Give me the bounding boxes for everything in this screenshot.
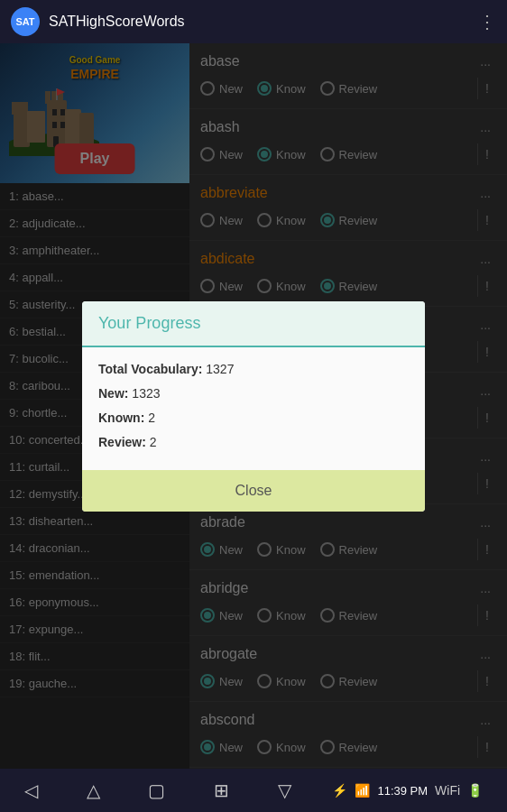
- battery-icon: 🔋: [467, 783, 483, 798]
- app-title: SATHighScoreWords: [49, 14, 478, 30]
- stat-label: New:: [98, 386, 132, 401]
- qr-button[interactable]: ⊞: [207, 772, 236, 808]
- dialog-body: Total Vocabulary: 1327New: 1323Known: 2R…: [82, 347, 425, 470]
- stat-row: New: 1323: [98, 384, 409, 403]
- wifi-icon: WiFi: [435, 783, 460, 798]
- bottom-bar: ◁ △ ▢ ⊞ ▽ ⚡ 📶 11:39 PM WiFi 🔋: [0, 769, 507, 812]
- stat-row: Known: 2: [98, 409, 409, 428]
- dialog-close-button[interactable]: Close: [82, 470, 425, 512]
- stat-value: 1327: [206, 362, 234, 376]
- stat-label: Review:: [98, 435, 150, 449]
- dialog-overlay: Your Progress Total Vocabulary: 1327New:…: [0, 43, 507, 769]
- stat-row: Total Vocabulary: 1327: [98, 360, 409, 379]
- status-area: ⚡ 📶 11:39 PM WiFi 🔋: [332, 783, 483, 798]
- usb-icon: ⚡: [332, 783, 347, 798]
- dialog-title-bar: Your Progress: [82, 301, 425, 347]
- home-button[interactable]: △: [79, 772, 107, 808]
- app-bar: SAT SATHighScoreWords ⋮: [0, 0, 507, 43]
- app-icon: SAT: [11, 7, 40, 36]
- stat-row: Review: 2: [98, 433, 409, 452]
- dialog-title: Your Progress: [98, 314, 200, 332]
- signal-icon: 📶: [355, 783, 370, 798]
- back-button[interactable]: ◁: [17, 772, 45, 808]
- up-button[interactable]: ▽: [271, 772, 299, 808]
- overflow-menu-icon[interactable]: ⋮: [478, 11, 496, 32]
- stat-value: 2: [148, 411, 155, 425]
- main-content: Good Game EMPIRE Play 1: abase...2: adju…: [0, 43, 507, 769]
- stat-value: 2: [150, 435, 157, 449]
- clock: 11:39 PM: [377, 784, 428, 798]
- stat-label: Known:: [98, 411, 148, 425]
- stat-label: Total Vocabulary:: [98, 362, 206, 376]
- progress-dialog: Your Progress Total Vocabulary: 1327New:…: [82, 301, 425, 512]
- stat-rows: Total Vocabulary: 1327New: 1323Known: 2R…: [98, 360, 409, 452]
- recent-apps-button[interactable]: ▢: [141, 772, 172, 808]
- stat-value: 1323: [132, 386, 160, 401]
